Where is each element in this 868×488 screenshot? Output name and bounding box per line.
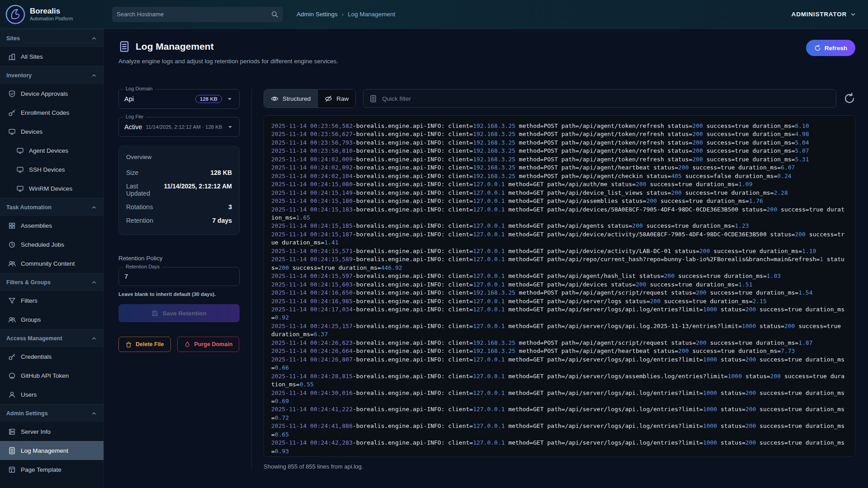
chevron-up-icon: [91, 335, 97, 342]
sidebar-item-winrm-devices[interactable]: WinRM Devices: [0, 179, 104, 198]
file-icon: [369, 95, 377, 103]
trash-icon: [125, 341, 132, 348]
overview-card: Overview Size 128 KB Last Updated 11/14/…: [118, 146, 240, 235]
sidebar-section-sites[interactable]: Sites: [0, 29, 104, 47]
log-line: 2025-11-14 00:24:15,149-borealis.engine.…: [271, 189, 848, 197]
page-header: Log Management Analyze engine logs and a…: [104, 29, 868, 65]
hostname-search[interactable]: [112, 7, 283, 22]
raw-label: Raw: [336, 95, 349, 102]
section-label: Inventory: [6, 72, 32, 79]
log-line: 2025-11-14 00:24:28,815-borealis.engine.…: [271, 372, 848, 389]
log-line: 2025-11-14 00:24:15,597-borealis.engine.…: [271, 272, 848, 280]
log-line: 2025-11-14 00:24:02,104-borealis.engine.…: [271, 172, 848, 180]
sidebar-item-scheduled-jobs[interactable]: Scheduled Jobs: [0, 235, 104, 254]
sidebar-item-credentials[interactable]: Credentials: [0, 347, 104, 366]
log-line: 2025-11-14 00:23:56,793-borealis.engine.…: [271, 139, 848, 147]
structured-view-button[interactable]: Structured: [264, 89, 317, 108]
delete-file-button[interactable]: Delete File: [118, 337, 171, 352]
template-icon: [8, 466, 16, 474]
admin-user-menu[interactable]: ADMINISTRATOR: [792, 11, 856, 18]
retention-days-label: Retention Days: [123, 264, 162, 269]
sidebar-item-ssh-devices[interactable]: SSH Devices: [0, 160, 104, 179]
key-icon: [8, 353, 16, 361]
log-line: 2025-11-14 00:24:42,283-borealis.engine.…: [271, 439, 848, 455]
sidebar-item-filters[interactable]: Filters: [0, 291, 104, 310]
sidebar-section-access-management[interactable]: Access Management: [0, 329, 104, 347]
sidebar-section-task-automation[interactable]: Task Automation: [0, 198, 104, 216]
sidebar-item-github-api-token[interactable]: GitHub API Token: [0, 366, 104, 385]
monitor-icon: [16, 185, 24, 192]
people-icon: [8, 316, 16, 324]
sidebar-section-filters-groups[interactable]: Filters & Groups: [0, 273, 104, 291]
sidebar-item-label: Users: [21, 391, 37, 398]
log-refresh-button[interactable]: [844, 93, 855, 104]
refresh-button[interactable]: Refresh: [806, 40, 855, 56]
borealis-logo: [5, 5, 25, 24]
purge-domain-button[interactable]: Purge Domain: [177, 337, 240, 352]
sidebar-item-users[interactable]: Users: [0, 385, 104, 404]
log-domain-select[interactable]: Log Domain Api 128 KB: [118, 89, 240, 109]
sidebar-item-label: SSH Devices: [29, 166, 65, 173]
overview-label: Size: [126, 169, 138, 176]
raw-view-button[interactable]: Raw: [317, 89, 355, 108]
caret-down-icon: [226, 95, 234, 103]
breadcrumb-parent[interactable]: Admin Settings: [297, 11, 338, 18]
log-line: 2025-11-14 00:24:42,684-borealis.engine.…: [271, 455, 848, 457]
hostname-search-input[interactable]: [117, 11, 271, 18]
log-count-status: Showing 855 of 855 lines from api.log.: [264, 463, 855, 470]
quick-filter-input[interactable]: [382, 95, 830, 102]
sidebar-item-label: Device Approvals: [21, 90, 68, 97]
log-file-select[interactable]: Log File Active 11/14/2025, 2:12:12 AM ·…: [118, 117, 240, 137]
admin-user-label: ADMINISTRATOR: [792, 11, 847, 18]
sidebar-item-label: Agent Devices: [29, 147, 68, 154]
section-label: Access Management: [6, 335, 62, 342]
sidebar-item-groups[interactable]: Groups: [0, 310, 104, 329]
breadcrumb: Admin Settings › Log Management: [297, 11, 395, 18]
log-line: 2025-11-14 00:24:15,183-borealis.engine.…: [271, 206, 848, 222]
sidebar-item-community-content[interactable]: Community Content: [0, 254, 104, 273]
sidebar-item-label: Page Template: [21, 466, 61, 473]
sidebar-item-server-info[interactable]: Server Info: [0, 422, 104, 441]
log-file-meta: 11/14/2025, 2:12:12 AM · 128 KB: [146, 124, 222, 130]
log-line: 2025-11-14 00:24:15,080-borealis.engine.…: [271, 180, 848, 188]
breadcrumb-current[interactable]: Log Management: [348, 11, 395, 18]
app-name: Borealis: [30, 7, 73, 16]
overview-label: Rotations: [126, 203, 153, 211]
sidebar-item-label: Server Info: [21, 428, 51, 435]
sidebar-item-enrollment-codes[interactable]: Enrollment Codes: [0, 103, 104, 122]
log-line: 2025-11-14 00:23:56,627-borealis.engine.…: [271, 130, 848, 138]
sidebar-item-devices[interactable]: Devices: [0, 122, 104, 141]
overview-row-size: Size 128 KB: [126, 166, 232, 179]
structured-label: Structured: [283, 95, 311, 102]
app-tagline: Automation Platform: [30, 16, 73, 21]
monitor-icon: [16, 166, 24, 174]
sidebar-section-admin-settings[interactable]: Admin Settings: [0, 404, 104, 422]
approval-icon: [8, 90, 16, 98]
page-title: Log Management: [136, 41, 214, 52]
purge-domain-label: Purge Domain: [194, 341, 233, 347]
overview-title: Overview: [126, 154, 232, 160]
log-line: 2025-11-14 00:24:26,623-borealis.engine.…: [271, 339, 848, 347]
sidebar-item-agent-devices[interactable]: Agent Devices: [0, 141, 104, 160]
sidebar-section-inventory[interactable]: Inventory: [0, 66, 104, 84]
sidebar-item-log-management[interactable]: Log Management: [0, 441, 104, 460]
filter-icon: [8, 297, 16, 305]
sidebar-item-all-sites[interactable]: All Sites: [0, 47, 104, 66]
retention-days-input[interactable]: [124, 273, 234, 280]
sidebar-item-label: Community Content: [21, 260, 75, 267]
chevron-up-icon: [91, 72, 97, 79]
log-output[interactable]: 2025-11-14 00:23:56,582-borealis.engine.…: [264, 115, 855, 457]
sidebar-item-assemblies[interactable]: Assemblies: [0, 216, 104, 235]
topbar: Borealis Automation Platform Admin Setti…: [0, 0, 868, 29]
log-line: 2025-11-14 00:24:26,664-borealis.engine.…: [271, 347, 848, 355]
retention-helper-text: Leave blank to inherit default (30 days)…: [118, 291, 240, 297]
chevron-up-icon: [91, 35, 97, 42]
log-line: 2025-11-14 00:24:02,092-borealis.engine.…: [271, 164, 848, 172]
log-domain-size-badge: 128 KB: [195, 95, 222, 103]
sidebar-item-device-approvals[interactable]: Device Approvals: [0, 84, 104, 103]
quick-filter-field[interactable]: [363, 89, 836, 108]
save-retention-button[interactable]: Save Retention: [118, 304, 240, 322]
overview-value: 11/14/2025, 2:12:12 AM: [164, 183, 232, 190]
caret-down-icon: [226, 123, 234, 131]
sidebar-item-page-template[interactable]: Page Template: [0, 460, 104, 479]
